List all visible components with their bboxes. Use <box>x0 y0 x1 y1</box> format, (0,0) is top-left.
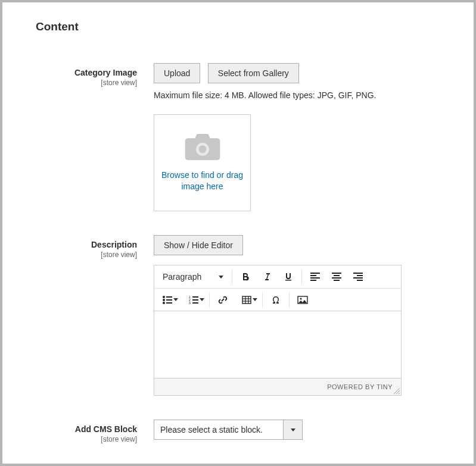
align-left-icon <box>310 273 320 281</box>
format-select[interactable]: Paragraph <box>154 265 229 288</box>
cms-block-select-value[interactable]: Please select a static block. <box>154 420 284 440</box>
bold-button[interactable] <box>235 266 256 287</box>
svg-rect-7 <box>166 302 172 304</box>
upload-button[interactable]: Upload <box>154 63 200 83</box>
svg-point-1 <box>198 145 206 153</box>
svg-rect-5 <box>166 299 172 301</box>
bullet-list-icon <box>163 296 172 304</box>
svg-point-20 <box>300 298 302 299</box>
svg-rect-14 <box>242 296 251 304</box>
svg-rect-3 <box>166 296 172 298</box>
chevron-down-icon <box>219 276 223 279</box>
cms-block-select[interactable]: Please select a static block. <box>154 420 303 440</box>
editor-footer: POWERED BY TINY <box>154 378 401 395</box>
editor-branding: POWERED BY TINY <box>327 383 393 390</box>
link-button[interactable] <box>212 289 234 311</box>
align-left-button[interactable] <box>304 266 326 287</box>
toggle-editor-button[interactable]: Show / Hide Editor <box>154 235 243 255</box>
resize-handle-icon[interactable] <box>394 388 400 394</box>
svg-point-2 <box>163 296 165 298</box>
image-dropzone[interactable]: Browse to find or drag image here <box>154 114 251 211</box>
category-image-label: Category Image <box>36 68 137 77</box>
numbered-list-icon: 123 <box>189 296 198 304</box>
table-button[interactable] <box>234 289 260 311</box>
image-button[interactable] <box>292 289 313 311</box>
format-select-value: Paragraph <box>163 272 201 282</box>
svg-point-4 <box>163 299 165 301</box>
align-right-icon <box>353 273 363 281</box>
chevron-down-icon <box>291 429 295 431</box>
svg-text:3: 3 <box>189 301 191 304</box>
svg-rect-9 <box>192 296 198 298</box>
align-right-button[interactable] <box>347 266 369 287</box>
svg-rect-13 <box>192 302 198 304</box>
cms-block-select-toggle[interactable] <box>284 420 303 440</box>
upload-helper-text: Maximum file size: 4 MB. Allowed file ty… <box>154 90 450 100</box>
omega-icon <box>271 295 281 305</box>
description-label: Description <box>36 240 137 249</box>
select-from-gallery-button[interactable]: Select from Gallery <box>208 63 299 83</box>
description-scope: [store view] <box>36 251 137 259</box>
bold-icon <box>241 272 250 282</box>
svg-point-6 <box>163 302 165 304</box>
align-center-button[interactable] <box>326 266 347 287</box>
special-char-button[interactable] <box>265 289 287 311</box>
svg-rect-11 <box>192 299 198 301</box>
numbered-list-button[interactable]: 123 <box>181 289 207 311</box>
wysiwyg-editor: Paragraph <box>154 265 402 396</box>
link-icon <box>217 295 228 305</box>
underline-icon <box>284 272 293 282</box>
section-title: Content <box>36 20 450 33</box>
chevron-down-icon <box>253 298 257 301</box>
dropzone-text: Browse to find or drag image here <box>154 170 250 192</box>
description-textarea[interactable] <box>154 311 401 378</box>
camera-icon <box>185 134 220 160</box>
chevron-down-icon <box>200 298 204 301</box>
italic-button[interactable] <box>256 266 278 287</box>
table-icon <box>242 296 251 304</box>
underline-button[interactable] <box>278 266 299 287</box>
category-image-scope: [store view] <box>36 79 137 87</box>
bullet-list-button[interactable] <box>154 289 181 311</box>
image-icon <box>297 296 308 304</box>
cms-block-scope: [store view] <box>36 435 137 443</box>
italic-icon <box>263 272 271 282</box>
align-center-icon <box>332 273 341 281</box>
chevron-down-icon <box>173 298 178 301</box>
cms-block-label: Add CMS Block <box>36 424 137 434</box>
